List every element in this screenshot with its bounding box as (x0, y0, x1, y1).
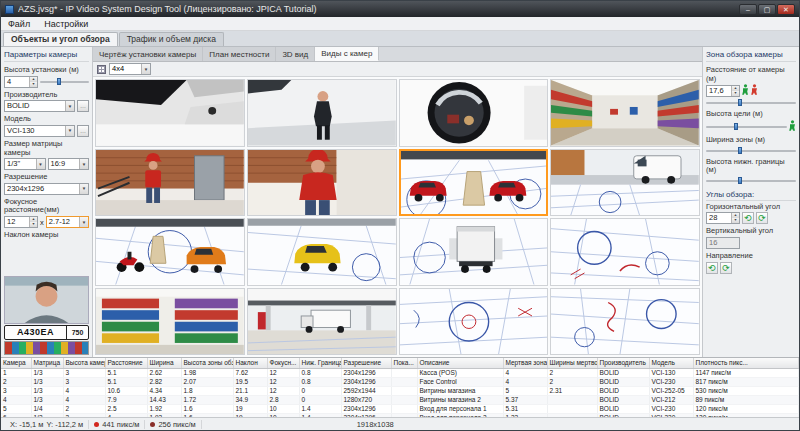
tab-camera-drawing[interactable]: Чертёж установки камеры (93, 47, 203, 61)
camera-view-1[interactable] (95, 79, 245, 147)
slider-thumb[interactable] (734, 123, 738, 130)
rotate-ccw-button[interactable]: ⟲ (742, 212, 754, 224)
slider-thumb[interactable] (57, 78, 61, 85)
table-column-header[interactable]: Мертвая зона (503, 358, 547, 368)
install-height-slider[interactable] (40, 77, 89, 86)
tab-traffic-disk[interactable]: Трафик и объем диска (119, 32, 224, 46)
distance-input[interactable]: 17,6 ▲▼ (706, 85, 740, 97)
camera-view-16[interactable] (550, 288, 700, 356)
camera-view-13[interactable] (95, 288, 245, 356)
chevron-down-icon[interactable]: ▼ (65, 101, 74, 111)
table-row[interactable]: 21/335.12.822.0719.5120.82304x1296Face C… (1, 377, 799, 386)
table-column-header[interactable]: Фокусн... (267, 358, 299, 368)
camera-view-14[interactable] (247, 288, 397, 356)
table-cell: VCI-230 (649, 377, 693, 386)
table-row[interactable]: 11/335.12.621.987.62120.82304x1296Касса … (1, 368, 799, 377)
camera-view-4-image (551, 80, 699, 146)
horizontal-angle-input[interactable]: 28 ▲▼ (706, 212, 740, 224)
tab-site-plan[interactable]: План местности (203, 47, 276, 61)
camera-view-15[interactable] (399, 288, 549, 356)
table-cell: 5.1 (105, 368, 147, 377)
zone-width-label: Ширина зоны (м) (706, 136, 796, 145)
lower-bound-slider[interactable] (706, 176, 796, 185)
chevron-down-icon[interactable]: ▼ (79, 159, 88, 169)
zone-width-slider[interactable] (706, 146, 796, 155)
camera-view-3[interactable] (399, 79, 549, 147)
camera-view-7-selected[interactable] (399, 149, 549, 217)
tab-3d-view[interactable]: 3D вид (276, 47, 315, 61)
table-row[interactable]: 51/422.51.921.619101.42304x1296Вход для … (1, 404, 799, 413)
table-column-header[interactable]: Наклон (233, 358, 267, 368)
chevron-down-icon[interactable]: ▼ (65, 126, 74, 136)
table-row[interactable]: 41/347.914.431.7234.92.801280x720Витрины… (1, 395, 799, 404)
slider-thumb[interactable] (738, 99, 742, 106)
camera-view-10[interactable] (247, 218, 397, 286)
spin-down-icon[interactable]: ▼ (30, 222, 37, 227)
camera-view-11[interactable] (399, 218, 549, 286)
aspect-ratio-select[interactable]: 16:9 ▼ (48, 158, 90, 170)
rotate-cw-button[interactable]: ⟳ (756, 212, 768, 224)
table-column-header[interactable]: Описание (417, 358, 503, 368)
manufacturer-extra-button[interactable]: … (77, 100, 89, 112)
spin-down-icon[interactable]: ▼ (732, 218, 739, 223)
table-column-header[interactable]: Высота зоны обзора (181, 358, 233, 368)
table-cell: 2304x1296 (341, 377, 391, 386)
lens-range-select[interactable]: 2.7-12 ▼ (46, 216, 89, 228)
table-column-header[interactable]: Матрица (31, 358, 63, 368)
camera-view-4[interactable] (550, 79, 700, 147)
chevron-down-icon[interactable]: ▼ (79, 184, 88, 194)
install-height-input[interactable]: 4 ▲▼ (4, 76, 38, 88)
table-column-header[interactable]: Ширина (147, 358, 181, 368)
target-height-slider[interactable] (706, 122, 787, 131)
chevron-down-icon[interactable]: ▼ (36, 159, 45, 169)
table-column-header[interactable]: Пока... (391, 358, 417, 368)
table-column-header[interactable]: Расстояние (105, 358, 147, 368)
direction-cw-button[interactable]: ⟳ (720, 262, 732, 274)
table-cell: 4 (1, 395, 31, 404)
chevron-down-icon[interactable]: ▼ (79, 217, 88, 227)
model-extra-button[interactable]: … (77, 125, 89, 137)
maximize-button[interactable]: ▢ (758, 4, 776, 15)
model-select[interactable]: VCI-130 ▼ (4, 125, 75, 137)
camera-view-5[interactable] (95, 149, 245, 217)
manufacturer-select[interactable]: BOLID ▼ (4, 100, 75, 112)
table-column-header[interactable]: Производитель (597, 358, 649, 368)
table-column-header[interactable]: Плотность пикс... (693, 358, 799, 368)
tab-camera-views[interactable]: Виды с камер (315, 47, 379, 61)
table-cell: 5 (1, 404, 31, 413)
distance-slider[interactable] (706, 98, 796, 107)
table-column-header[interactable]: Ширины мертво... (547, 358, 597, 368)
menu-settings[interactable]: Настройки (37, 17, 95, 30)
slider-thumb[interactable] (738, 147, 742, 154)
table-cell (391, 368, 417, 377)
camera-view-2[interactable] (247, 79, 397, 147)
table-row[interactable]: 31/3410.64.341.821.11202592x1944Витрины … (1, 386, 799, 395)
chevron-down-icon[interactable]: ▼ (141, 64, 150, 74)
menu-file[interactable]: Файл (1, 17, 37, 30)
grid-mode-select[interactable]: 4x4 ▼ (109, 63, 151, 75)
table-cell: 2.62 (147, 368, 181, 377)
slider-thumb[interactable] (738, 177, 742, 184)
table-column-header[interactable]: Ниж. Граница (299, 358, 341, 368)
table-column-header[interactable]: Камера (1, 358, 31, 368)
camera-view-9[interactable] (95, 218, 245, 286)
camera-view-6[interactable] (247, 149, 397, 217)
table-cell: 0.8 (299, 368, 341, 377)
table-cell: 1280x720 (341, 395, 391, 404)
close-button[interactable]: ✕ (777, 4, 795, 15)
table-column-header[interactable]: Модель (649, 358, 693, 368)
direction-ccw-button[interactable]: ⟲ (706, 262, 718, 274)
spin-down-icon[interactable]: ▼ (732, 91, 739, 96)
camera-view-12[interactable] (550, 218, 700, 286)
sensor-size-select[interactable]: 1/3" ▼ (4, 158, 46, 170)
camera-params-title: Параметры камеры (4, 49, 89, 62)
table-column-header[interactable]: Разрешение (341, 358, 391, 368)
view-zone-title: Зона обзора камеры (706, 49, 796, 62)
tab-objects-view-angle[interactable]: Объекты и угол обзора (3, 32, 118, 46)
resolution-select[interactable]: 2304x1296 ▼ (4, 183, 89, 195)
table-column-header[interactable]: Высота камеры (63, 358, 105, 368)
spin-down-icon[interactable]: ▼ (30, 82, 37, 87)
camera-view-8[interactable] (550, 149, 700, 217)
focal-length-input[interactable]: 12 ▲▼ (4, 216, 38, 228)
minimize-button[interactable]: – (739, 4, 757, 15)
